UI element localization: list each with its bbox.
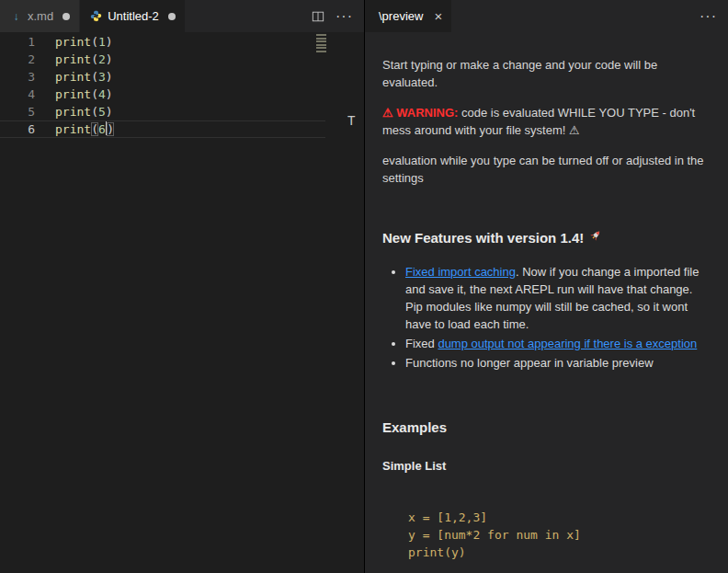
code-text: print(2) (55, 51, 113, 68)
vscode-workbench: ↓ x.md Untitled-2 (0, 0, 728, 573)
code-text: print(1) (55, 33, 113, 51)
feature-link[interactable]: dump output not appearing if there is a … (438, 337, 697, 350)
feature-item: Fixed dump output not appearing if there… (405, 336, 708, 353)
editor-group-right: \preview × ··· Start typing or make a ch… (364, 0, 728, 573)
stray-text: T (347, 113, 355, 128)
tab-preview[interactable]: \preview × (365, 0, 452, 32)
minimap[interactable] (314, 34, 328, 53)
preview-actions: ··· (700, 0, 728, 32)
tab-untitled-2[interactable]: Untitled-2 (80, 0, 186, 32)
editor-line[interactable]: 5print(5) (0, 103, 325, 120)
examples-heading: Examples (382, 418, 708, 438)
code-text: print(5) (55, 103, 113, 120)
features-heading: New Features with version 1.4! (382, 228, 708, 248)
simple-list-heading: Simple List (382, 458, 708, 476)
intro-text: Start typing or make a change and your c… (382, 57, 708, 92)
example-code-block: x = [1,2,3]y = [num*2 for num in x]print… (408, 509, 708, 561)
code-line: print(y) (408, 544, 708, 561)
editor-lines: 1print(1)2print(2)3print(3)4print(4)5pri… (0, 33, 364, 138)
feature-link[interactable]: Fixed import caching (405, 265, 516, 279)
code-line: x = [1,2,3] (408, 509, 708, 526)
markdown-icon: ↓ (9, 9, 23, 23)
line-number[interactable]: 1 (0, 33, 35, 51)
editor-group-left: ↓ x.md Untitled-2 (0, 0, 364, 573)
line-number[interactable]: 2 (0, 51, 35, 68)
code-text: print(3) (55, 68, 113, 86)
features-heading-text: New Features with version 1.4! (382, 228, 584, 248)
settings-note: evaluation while you type can be turned … (382, 153, 708, 188)
python-icon (89, 9, 103, 23)
minimap-line (316, 47, 326, 49)
editor-actions: ··· (312, 0, 364, 32)
close-icon[interactable]: × (434, 9, 442, 23)
minimap-line (316, 34, 326, 36)
rocket-icon (588, 228, 602, 248)
minimap-line (316, 44, 326, 46)
feature-item: Functions no longer appear in variable p… (405, 355, 708, 372)
tab-label: \preview (379, 9, 423, 23)
line-number[interactable]: 5 (0, 103, 35, 120)
line-number[interactable]: 4 (0, 86, 35, 103)
line-number[interactable]: 3 (0, 68, 35, 86)
warning-text: ⚠ WARNING: code is evaluated WHILE YOU T… (382, 105, 708, 140)
minimap-line (316, 51, 326, 52)
features-list: Fixed import caching. Now if you change … (382, 264, 708, 372)
left-tab-bar: ↓ x.md Untitled-2 (0, 0, 364, 32)
editor-line[interactable]: 6print(6) (0, 120, 325, 138)
editor-line[interactable]: 2print(2) (0, 51, 325, 68)
more-actions-icon[interactable]: ··· (700, 9, 717, 24)
minimap-line (316, 38, 326, 40)
arepl-preview-panel: Start typing or make a change and your c… (365, 32, 728, 561)
code-text: print(4) (55, 86, 113, 103)
tab-x-md[interactable]: ↓ x.md (0, 0, 80, 32)
line-number[interactable]: 6 (0, 120, 35, 138)
modified-dot-icon[interactable] (168, 13, 176, 20)
editor-line[interactable]: 3print(3) (0, 68, 325, 86)
tab-label: Untitled-2 (108, 9, 159, 23)
tab-label: x.md (28, 9, 53, 23)
minimap-line (316, 40, 326, 42)
more-actions-icon[interactable]: ··· (336, 9, 353, 24)
feature-item: Fixed import caching. Now if you change … (405, 264, 708, 334)
code-text: print(6) (55, 120, 114, 138)
warning-label: ⚠ WARNING: (382, 106, 458, 120)
editor-line[interactable]: 4print(4) (0, 86, 325, 103)
split-editor-icon[interactable] (312, 10, 324, 23)
modified-dot-icon[interactable] (63, 13, 70, 20)
editor-line[interactable]: 1print(1) (0, 33, 325, 51)
code-editor[interactable]: 1print(1)2print(2)3print(3)4print(4)5pri… (0, 32, 364, 573)
code-line: y = [num*2 for num in x] (408, 526, 708, 544)
preview-tab-bar: \preview × ··· (365, 0, 728, 32)
